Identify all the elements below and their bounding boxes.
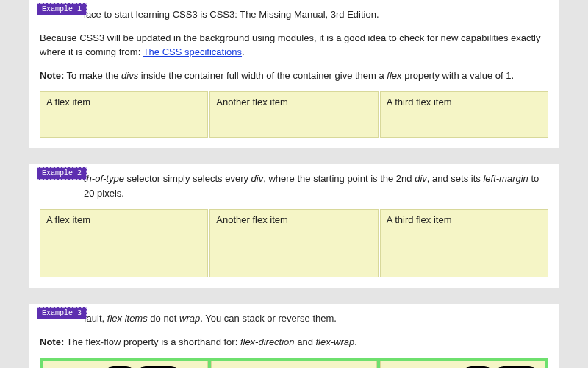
- text: Because CSS3 will be updated in the back…: [40, 32, 540, 58]
- flex-demo-row: A flex item Another flex item A third fl…: [40, 209, 548, 277]
- text: To make the: [64, 70, 121, 81]
- flex-demo-row-green: A flex item row nowrap Another flex item…: [40, 358, 548, 368]
- css-specifications-link[interactable]: The CSS specifications: [143, 46, 242, 57]
- flex-item: A third flex item: [380, 91, 548, 138]
- keyword: divs: [121, 70, 138, 81]
- paragraph: th-of-type selector simply selects every…: [40, 171, 548, 200]
- example-1: Example 1 lace to start learning CSS3 is…: [29, 0, 559, 148]
- example-badge: Example 1: [37, 3, 87, 15]
- note-label: Note:: [40, 70, 64, 81]
- keyword: left-margin: [483, 173, 528, 184]
- flex-item: A flex item row nowrap: [43, 361, 208, 368]
- text: fault,: [84, 313, 107, 324]
- keyword: th-of-type: [84, 173, 124, 184]
- flex-item: A flex item: [40, 91, 208, 138]
- keyword: div: [415, 173, 427, 184]
- text: inside the container full width of the c…: [138, 70, 387, 81]
- paragraph: lace to start learning CSS3 is CSS3: The…: [40, 7, 548, 22]
- example-badge: Example 3: [37, 307, 87, 319]
- keyword: flex-direction: [240, 336, 295, 347]
- keyword: div: [251, 173, 264, 184]
- example-2: Example 2 th-of-type selector simply sel…: [29, 164, 559, 288]
- text: property with a value of 1.: [402, 70, 514, 81]
- text: . You can stack or reverse them.: [200, 313, 337, 324]
- flex-item: Another flex item row nowrap: [211, 361, 376, 368]
- flex-item: A flex item: [40, 209, 208, 277]
- paragraph: fault, flex items do not wrap. You can s…: [40, 311, 548, 326]
- flex-demo-row: A flex item Another flex item A third fl…: [40, 91, 548, 138]
- note-paragraph: Note: The flex-flow property is a shorth…: [40, 335, 548, 350]
- text: The flex-flow property is a shorthand fo…: [64, 336, 240, 347]
- text: and: [295, 336, 316, 347]
- flex-item: Another flex item: [209, 209, 378, 277]
- keyword: flex items: [107, 313, 148, 324]
- text: selector simply selects every: [124, 173, 251, 184]
- flex-item: Another flex item: [209, 91, 378, 138]
- flex-item: A third flex item row nowrap: [380, 361, 545, 368]
- note-paragraph: Note: To make the divs inside the contai…: [40, 68, 548, 83]
- text: , and sets its: [427, 173, 484, 184]
- keyword: flex-wrap: [316, 336, 355, 347]
- keyword: wrap: [179, 313, 200, 324]
- note-label: Note:: [40, 336, 64, 347]
- flex-item: A third flex item: [380, 209, 548, 277]
- text: .: [354, 336, 357, 347]
- example-badge: Example 2: [37, 167, 87, 180]
- keyword: flex: [387, 70, 401, 81]
- text: .: [242, 46, 245, 57]
- text: do not: [148, 313, 179, 324]
- example-3: Example 3 fault, flex items do not wrap.…: [29, 304, 559, 368]
- text: , where the starting point is the 2nd: [263, 173, 415, 184]
- paragraph: Because CSS3 will be updated in the back…: [40, 31, 548, 60]
